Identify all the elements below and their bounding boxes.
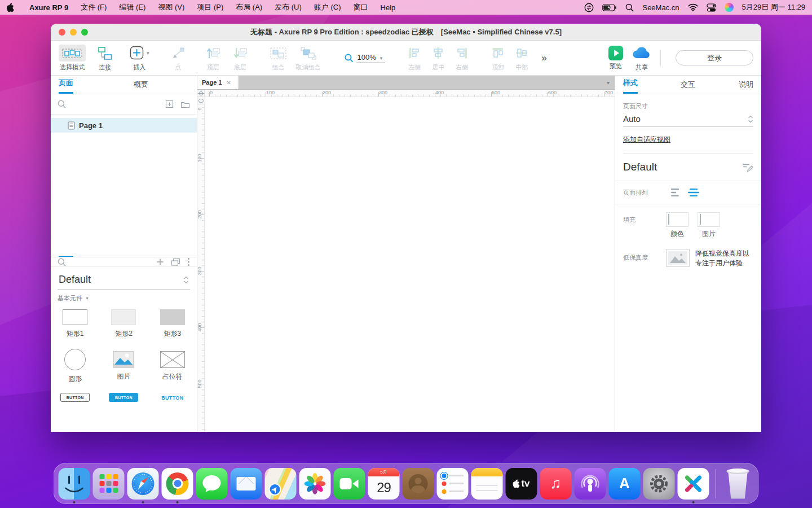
menu-item-publish[interactable]: 发布 (U) [275,2,302,12]
share-button[interactable]: 共享 [632,45,651,72]
library-select[interactable]: Default [58,270,190,290]
dock-item-trash[interactable] [722,468,754,500]
battery-icon[interactable] [602,4,617,11]
dock-item-launchpad[interactable] [93,468,125,500]
arrange-left-icon[interactable] [670,188,683,197]
canvas-surface[interactable] [205,97,615,431]
dock-item-appletv[interactable]: tv [506,468,537,500]
more-options-icon[interactable] [187,257,190,266]
dock-item-safari[interactable] [127,468,159,500]
dock-item-axure[interactable] [678,468,709,500]
reminders-icon [437,468,469,500]
tab-widgets[interactable]: 元件 [59,256,73,257]
login-button[interactable]: 登录 [676,50,753,65]
fill-image-control[interactable]: 图片 [698,212,720,239]
tool-connect[interactable]: 连接 [94,45,116,72]
preview-button[interactable]: 预览 [608,46,623,71]
menu-item-file[interactable]: 文件 (F) [81,2,107,12]
widget-ellipse[interactable]: 圆形 [51,348,99,389]
align-left-button[interactable]: 左侧 [405,45,424,72]
dock-item-mail[interactable] [231,468,262,500]
align-top-button[interactable]: 顶部 [488,45,508,72]
tab-close-icon[interactable]: ✕ [226,80,231,86]
align-middle-button[interactable]: 中部 [512,45,531,72]
tab-style[interactable]: 样式 [623,78,638,94]
tool-insert[interactable]: ▾ 插入 [126,45,153,72]
dock-item-calendar[interactable]: 5月 29 [368,468,400,500]
dock-item-podcasts[interactable] [575,468,606,500]
tool-ungroup[interactable]: 取消组合 [296,45,321,72]
widget-link-button[interactable]: BUTTON [148,389,197,431]
dock-item-settings[interactable] [643,468,675,500]
add-page-icon[interactable] [165,100,174,108]
dock-item-chrome[interactable] [162,468,193,500]
arrange-center-icon[interactable] [687,188,700,197]
wifi-icon[interactable] [688,3,698,11]
dock-item-messages[interactable] [196,468,228,500]
widget-rectangle1[interactable]: 矩形1 [51,306,99,348]
menu-item-project[interactable]: 项目 (P) [197,2,223,12]
widgets-search-field[interactable] [51,257,197,267]
tool-bottom-layer[interactable]: 底层 [230,45,251,72]
page-list-item[interactable]: Page 1 [51,118,197,133]
zoom-control[interactable]: 100% ▾ [345,53,383,63]
align-right-button[interactable]: 右侧 [452,45,471,72]
tab-notes[interactable]: 说明 [739,80,753,94]
align-center-button[interactable]: 居中 [429,45,448,72]
network-name[interactable]: SeeMac.cn [642,3,679,12]
tool-point[interactable]: 点 [167,45,189,72]
spotlight-search-icon[interactable] [625,3,634,12]
shortcuts-icon[interactable] [584,3,594,12]
podcasts-icon [575,468,606,500]
fill-color-control[interactable]: 颜色 [666,212,689,239]
dock-item-maps[interactable] [265,468,297,500]
menubar-clock[interactable]: 5月29日 周一 11:29 [742,2,805,12]
dock-item-contacts[interactable] [403,468,434,500]
ruler-crosshair-icon[interactable] [197,90,205,97]
tool-group[interactable]: 组合 [267,45,290,72]
add-folder-icon[interactable] [180,100,190,108]
widget-image[interactable]: 图片 [99,348,148,389]
dock-item-photos[interactable] [299,468,331,500]
canvas-tab-page1[interactable]: Page 1 ✕ [197,76,239,89]
menu-item-edit[interactable]: 编辑 (E) [119,2,145,12]
desktop: Axure RP 9 文件 (F) 编辑 (E) 视图 (V) 项目 (P) 布… [0,0,812,508]
lofi-thumbnail[interactable] [666,249,690,267]
edit-style-icon[interactable] [742,162,753,172]
dock-item-appstore[interactable]: A [609,468,641,500]
menu-item-window[interactable]: 窗口 [354,2,368,12]
menubar-app-name[interactable]: Axure RP 9 [29,3,68,12]
toolbar-overflow-button[interactable]: » [541,52,545,64]
control-center-icon[interactable] [707,3,716,12]
widget-section-header[interactable]: 基本元件 ▼ [51,290,197,304]
tab-masters[interactable]: 母版 [134,256,148,257]
dock-item-finder[interactable] [59,468,90,500]
add-widget-icon[interactable] [156,258,164,266]
tool-select-mode[interactable]: 选择模式 [59,45,86,72]
apple-icon[interactable] [7,3,15,12]
widget-primary-button[interactable]: BUTTON [99,389,148,431]
menu-item-account[interactable]: 账户 (C) [314,2,341,12]
widget-rectangle2[interactable]: 矩形2 [99,306,148,348]
tab-interaction[interactable]: 交互 [681,80,695,94]
tool-top-layer[interactable]: 顶层 [202,45,224,72]
dock-item-facetime[interactable] [334,468,365,500]
window-titlebar[interactable]: 无标题 - Axure RP 9 Pro Edition : speedzodi… [51,24,761,41]
widget-button[interactable]: BUTTON [51,389,99,431]
tab-pages[interactable]: 页面 [59,78,73,94]
tab-overflow-icon[interactable]: ▾ [607,76,615,89]
menu-item-help[interactable]: Help [381,3,396,12]
menu-item-view[interactable]: 视图 (V) [158,2,184,12]
menu-item-arrange[interactable]: 布局 (A) [236,2,262,12]
dock-item-music[interactable]: ♫ [540,468,572,500]
siri-icon[interactable] [725,3,734,12]
dock-item-notes[interactable] [471,468,503,500]
dock-item-reminders[interactable] [437,468,469,500]
widget-placeholder[interactable]: 占位符 [148,348,197,389]
adaptive-view-link[interactable]: 添加自适应视图 [623,135,670,144]
page-size-select[interactable]: Auto [623,114,753,127]
pages-search-field[interactable] [51,94,197,115]
duplicate-icon[interactable] [171,258,180,266]
tab-outline[interactable]: 概要 [134,80,148,94]
widget-rectangle3[interactable]: 矩形3 [148,306,197,348]
